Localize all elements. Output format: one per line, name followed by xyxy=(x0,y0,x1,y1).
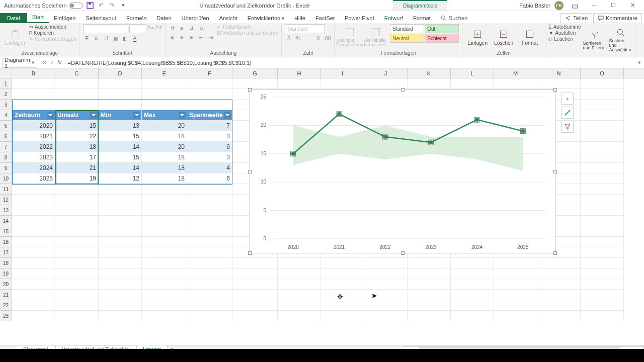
cell[interactable] xyxy=(12,290,55,300)
cell[interactable] xyxy=(581,205,624,216)
cell[interactable] xyxy=(537,78,581,89)
tab-file[interactable]: Datei xyxy=(0,13,27,23)
cell[interactable] xyxy=(581,258,624,268)
cell[interactable]: 18 xyxy=(142,131,187,142)
cell[interactable] xyxy=(187,100,232,110)
cell[interactable] xyxy=(142,226,187,237)
tab-hilfe[interactable]: Hilfe xyxy=(289,13,310,23)
cell[interactable] xyxy=(581,311,624,321)
cell[interactable]: 2025 xyxy=(12,173,55,184)
cell[interactable] xyxy=(451,311,494,321)
cell[interactable] xyxy=(99,247,142,258)
cell[interactable]: 15 xyxy=(55,121,99,131)
maximize-icon[interactable]: ☐ xyxy=(606,0,621,11)
ribbon-options-icon[interactable] xyxy=(568,0,583,11)
cell[interactable] xyxy=(232,300,278,311)
cell[interactable] xyxy=(581,226,624,237)
cell[interactable] xyxy=(99,78,142,89)
cell[interactable] xyxy=(451,300,494,311)
cell[interactable] xyxy=(581,300,624,311)
worksheet[interactable]: BCDEFGHIJKLMNO 1234ZeitraumUmsatzMinMaxS… xyxy=(0,68,644,345)
qat-dropdown-icon[interactable]: ▾ xyxy=(119,2,127,10)
cell[interactable]: 15 xyxy=(99,131,142,142)
cell[interactable] xyxy=(99,300,142,311)
cell[interactable] xyxy=(55,195,99,205)
context-tab[interactable]: Diagrammtools xyxy=(393,0,447,11)
cell[interactable] xyxy=(187,290,232,300)
autosum-button[interactable]: Σ AutoSumme xyxy=(548,24,581,30)
percent-icon[interactable]: % xyxy=(294,34,302,42)
cell[interactable] xyxy=(99,100,142,110)
column-header[interactable]: O xyxy=(581,68,624,78)
name-box[interactable]: Diagramm 1 ▾ xyxy=(2,58,37,68)
cell[interactable] xyxy=(187,311,232,321)
cell[interactable] xyxy=(581,121,624,131)
cell[interactable] xyxy=(55,258,99,268)
cell[interactable] xyxy=(99,311,142,321)
cell[interactable] xyxy=(364,279,408,290)
cell[interactable] xyxy=(99,216,142,226)
cell[interactable] xyxy=(142,279,187,290)
cell[interactable] xyxy=(321,300,364,311)
column-header[interactable]: L xyxy=(451,68,494,78)
toggle-switch[interactable] xyxy=(69,3,83,9)
cell[interactable] xyxy=(581,163,624,173)
align-top-icon[interactable]: ⇈ xyxy=(169,24,177,32)
cell[interactable] xyxy=(142,216,187,226)
cell[interactable] xyxy=(142,268,187,279)
cell[interactable] xyxy=(581,237,624,247)
select-all-corner[interactable] xyxy=(0,68,12,78)
cell[interactable] xyxy=(581,247,624,258)
row-header[interactable]: 15 xyxy=(0,226,12,237)
cell[interactable] xyxy=(581,268,624,279)
cell[interactable] xyxy=(451,290,494,300)
format-cells-button[interactable]: Format xyxy=(518,24,542,50)
search-box[interactable]: Suchen xyxy=(436,13,472,23)
filter-dropdown-icon[interactable] xyxy=(133,112,140,119)
cell[interactable] xyxy=(581,195,624,205)
cell[interactable] xyxy=(408,290,451,300)
cell[interactable]: 4 xyxy=(187,163,232,173)
resize-handle[interactable] xyxy=(248,251,252,255)
cell[interactable] xyxy=(364,268,408,279)
cell[interactable] xyxy=(537,311,581,321)
cell[interactable] xyxy=(581,142,624,152)
align-center-icon[interactable]: ≡ xyxy=(178,33,186,41)
row-header[interactable]: 19 xyxy=(0,268,12,279)
column-header[interactable]: N xyxy=(537,68,581,78)
cell[interactable] xyxy=(55,100,99,110)
cell[interactable] xyxy=(408,311,451,321)
filter-dropdown-icon[interactable] xyxy=(90,112,97,119)
cell[interactable] xyxy=(12,237,55,247)
cell[interactable] xyxy=(232,268,278,279)
resize-handle[interactable] xyxy=(553,251,557,255)
cell[interactable]: 6 xyxy=(187,173,232,184)
tab-entwicklertools[interactable]: Entwicklertools xyxy=(243,13,289,23)
cell[interactable] xyxy=(12,100,55,110)
cell[interactable]: 20 xyxy=(142,121,187,131)
fx-icon[interactable]: fx xyxy=(57,59,62,66)
row-header[interactable]: 13 xyxy=(0,205,12,216)
cell[interactable] xyxy=(142,184,187,195)
style-standard[interactable]: Standard xyxy=(390,24,424,33)
cell[interactable] xyxy=(537,279,581,290)
cell[interactable] xyxy=(451,258,494,268)
cell[interactable] xyxy=(364,78,408,89)
row-header[interactable]: 4 xyxy=(0,110,12,121)
cell[interactable] xyxy=(12,311,55,321)
cell[interactable] xyxy=(55,300,99,311)
cell[interactable] xyxy=(187,205,232,216)
resize-handle[interactable] xyxy=(553,88,557,92)
cell[interactable] xyxy=(187,184,232,195)
column-header[interactable]: E xyxy=(142,68,187,78)
filter-dropdown-icon[interactable] xyxy=(224,112,231,119)
cell[interactable] xyxy=(187,89,232,100)
resize-handle[interactable] xyxy=(553,170,557,173)
cell[interactable] xyxy=(99,184,142,195)
cell[interactable] xyxy=(581,279,624,290)
redo-icon[interactable]: ↷ xyxy=(108,2,116,10)
cell[interactable]: Max xyxy=(142,110,187,121)
cell[interactable] xyxy=(537,300,581,311)
cell[interactable]: Zeitraum xyxy=(12,110,55,121)
cell[interactable]: Umsatz xyxy=(55,110,99,121)
